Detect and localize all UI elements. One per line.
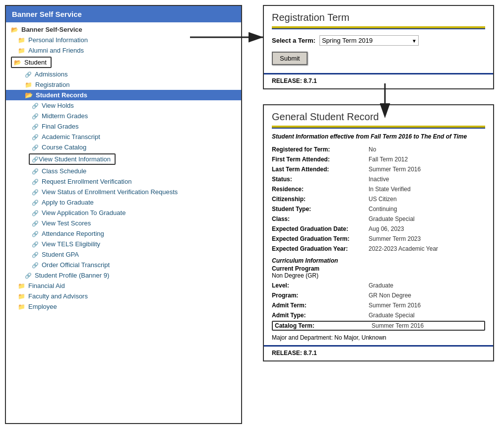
sidebar-item-financial-aid[interactable]: Financial Aid	[6, 281, 241, 291]
record-row-level: Level: Graduate	[272, 281, 485, 290]
banner-self-service-header: Banner Self Service	[6, 6, 241, 22]
link-icon	[32, 230, 39, 237]
sidebar-item-student[interactable]: Student	[11, 57, 52, 68]
term-select[interactable]: Spring Term 2019 Fall Term 2018 Summer T…	[319, 35, 419, 46]
folder-icon	[25, 81, 32, 88]
link-icon	[32, 219, 39, 227]
record-row-admit-term: Admit Term: Summer Term 2016	[272, 301, 485, 310]
folder-icon	[18, 303, 25, 310]
sidebar-item-view-holds[interactable]: View Holds	[6, 100, 241, 111]
sidebar-item-order-official[interactable]: Order Official Transcript	[6, 260, 241, 270]
arrow-1	[190, 27, 269, 47]
link-icon	[25, 272, 32, 279]
link-icon	[32, 240, 39, 248]
folder-icon	[18, 47, 25, 54]
record-row-last-term: Last Term Attended: Summer Term 2016	[272, 165, 485, 174]
term-select-wrapper: Spring Term 2019 Fall Term 2018 Summer T…	[319, 35, 419, 46]
registration-term-panel: Registration Term Select a Term: Spring …	[263, 5, 494, 89]
sidebar-item-view-application[interactable]: View Application To Graduate	[6, 208, 241, 218]
link-icon	[32, 178, 39, 185]
folder-open-icon: 📂	[25, 91, 33, 99]
left-panel: Banner Self Service Banner Self-Service …	[5, 5, 242, 424]
sidebar-item-view-tels[interactable]: View TELS Eligibility	[6, 239, 241, 249]
link-icon	[32, 133, 39, 141]
folder-icon	[18, 292, 25, 300]
link-icon	[32, 155, 39, 163]
sidebar-item-attendance[interactable]: Attendance Reporting	[6, 228, 241, 239]
sidebar-item-admissions[interactable]: Admissions	[6, 69, 241, 79]
link-icon	[32, 261, 39, 269]
link-icon	[32, 102, 39, 109]
record-row-status: Status: Inactive	[272, 175, 485, 184]
sidebar-item-view-test-scores[interactable]: View Test Scores	[6, 218, 241, 228]
link-icon	[32, 251, 39, 258]
navigation-tree: Banner Self-Service Personal Information…	[6, 22, 241, 421]
general-student-record-release: RELEASE: 8.7.1	[264, 345, 493, 360]
record-row-first-term: First Term Attended: Fall Term 2012	[272, 155, 485, 164]
folder-icon	[18, 36, 25, 44]
folder-open-icon	[14, 59, 21, 66]
select-term-label: Select a Term:	[272, 37, 315, 44]
link-icon	[32, 123, 39, 130]
record-row-program: Program: GR Non Degree	[272, 291, 485, 300]
current-program-title: Current Program	[272, 265, 485, 272]
link-icon	[32, 112, 39, 120]
sidebar-item-student-profile[interactable]: Student Profile (Banner 9)	[6, 270, 241, 281]
sidebar-item-view-student-info[interactable]: View Student Information	[29, 153, 116, 165]
general-student-record-content: Student Information effective from Fall …	[264, 129, 493, 345]
major-dept: Major and Department: No Major, Unknown	[272, 334, 485, 341]
record-info-note: Student Information effective from Fall …	[272, 133, 485, 141]
link-icon	[32, 199, 39, 206]
folder-icon	[18, 282, 25, 289]
sidebar-item-course-catalog[interactable]: Course Catalog	[6, 142, 241, 152]
submit-button[interactable]: Submit	[272, 52, 308, 65]
sidebar-item-class-schedule[interactable]: Class Schedule	[6, 166, 241, 176]
sidebar-item-midterm-grades[interactable]: Midterm Grades	[6, 111, 241, 121]
sidebar-item-request-enrollment[interactable]: Request Enrollment Verification	[6, 176, 241, 187]
curriculum-info-title: Curriculum Information	[272, 257, 485, 264]
folder-open-icon	[11, 26, 18, 33]
current-program-value: Non Degree (GR)	[272, 272, 485, 279]
link-icon	[32, 143, 39, 151]
sidebar-item-apply-graduate[interactable]: Apply to Graduate	[6, 197, 241, 208]
general-student-record-panel: General Student Record Student Informati…	[263, 104, 494, 361]
registration-term-content: Select a Term: Spring Term 2019 Fall Ter…	[264, 29, 493, 71]
record-row-registered: Registered for Term: No	[272, 145, 485, 154]
registration-term-title: Registration Term	[264, 6, 493, 26]
link-icon	[32, 188, 39, 196]
record-row-residence: Residence: In State Verified	[272, 185, 485, 194]
record-row-citizenship: Citizenship: US Citizen	[272, 195, 485, 204]
record-row-grad-date: Expected Graduation Date: Aug 06, 2023	[272, 224, 485, 233]
link-icon	[32, 209, 39, 216]
sidebar-item-student-gpa[interactable]: Student GPA	[6, 249, 241, 260]
sidebar-item-view-status-enrollment[interactable]: View Status of Enrollment Verification R…	[6, 187, 241, 197]
record-row-grad-year: Expected Graduation Year: 2022-2023 Acad…	[272, 244, 485, 253]
record-row-class: Class: Graduate Special	[272, 214, 485, 223]
sidebar-item-employee[interactable]: Employee	[6, 301, 241, 312]
sidebar-item-faculty-advisors[interactable]: Faculty and Advisors	[6, 291, 241, 301]
sidebar-item-final-grades[interactable]: Final Grades	[6, 121, 241, 132]
record-row-grad-term: Expected Graduation Term: Summer Term 20…	[272, 234, 485, 243]
arrow-2	[375, 83, 395, 113]
record-row-catalog-term-boxed: Catalog Term: Summer Term 2016	[272, 321, 485, 331]
record-row-student-type: Student Type: Continuing	[272, 205, 485, 214]
link-icon	[25, 71, 32, 78]
term-select-row: Select a Term: Spring Term 2019 Fall Ter…	[272, 35, 485, 46]
sidebar-item-student-records[interactable]: 📂 Student Records	[6, 90, 241, 100]
link-icon	[32, 167, 39, 175]
sidebar-item-academic-transcript[interactable]: Academic Transcript	[6, 132, 241, 142]
sidebar-item-registration[interactable]: Registration	[6, 79, 241, 90]
record-row-admit-type: Admit Type: Graduate Special	[272, 311, 485, 320]
